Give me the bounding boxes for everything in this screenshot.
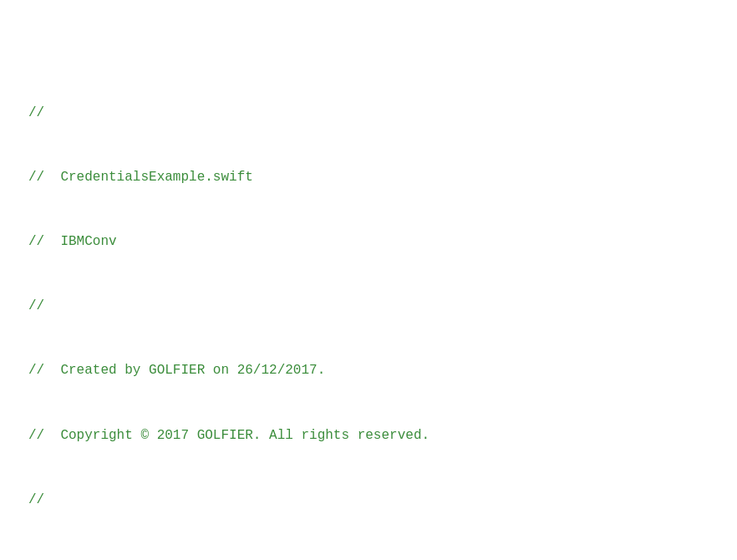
code-editor: // // CredentialsExample.swift // IBMCon… (25, 17, 712, 560)
comment-line-5: // Created by GOLFIER on 26/12/2017. (25, 360, 712, 382)
comment-line-7: // (25, 490, 712, 512)
comment-text: // (28, 296, 44, 318)
comment-line-2: // CredentialsExample.swift (25, 167, 712, 189)
comment-text: // (28, 103, 44, 125)
comment-line-3: // IBMConv (25, 232, 712, 253)
comment-text: // Copyright © 2017 GOLFIER. All rights … (28, 425, 429, 447)
comment-line-6: // Copyright © 2017 GOLFIER. All rights … (25, 425, 712, 446)
comment-text: // CredentialsExample.swift (28, 167, 253, 189)
comment-text: // IBMConv (28, 232, 117, 253)
comment-text: // Created by GOLFIER on 26/12/2017. (28, 360, 325, 382)
comment-line-4: // (25, 296, 712, 318)
comment-text: // (28, 490, 44, 512)
comment-line-1: // (25, 102, 712, 124)
